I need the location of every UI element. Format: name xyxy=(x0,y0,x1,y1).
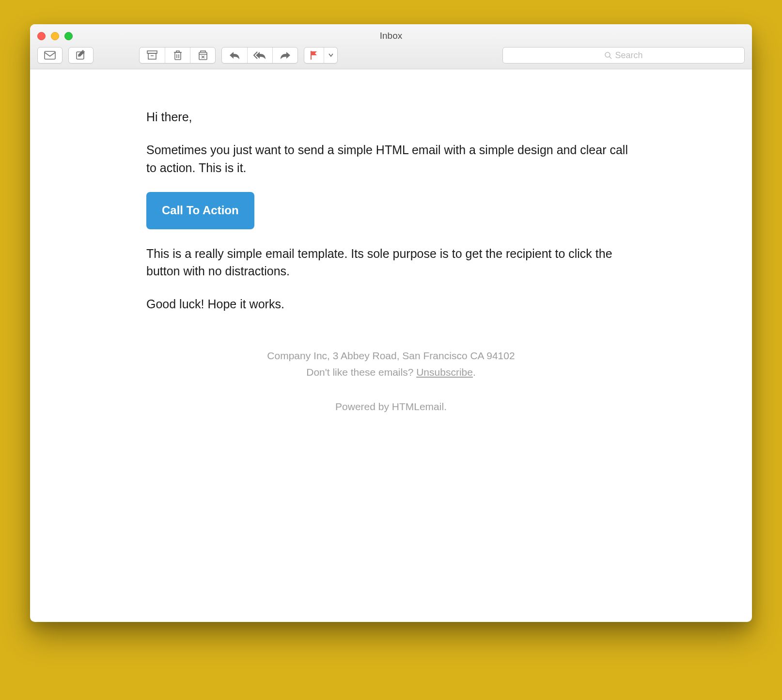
footer-address: Company Inc, 3 Abbey Road, San Francisco… xyxy=(146,348,636,364)
email-closing: Good luck! Hope it works. xyxy=(146,295,636,313)
reply-all-button[interactable] xyxy=(247,48,272,63)
reply-forward-group xyxy=(221,47,298,64)
unsubscribe-link[interactable]: Unsubscribe xyxy=(416,366,473,378)
forward-icon xyxy=(280,51,291,60)
reply-all-icon xyxy=(253,51,267,60)
unsubscribe-suffix: . xyxy=(473,366,476,378)
footer-unsubscribe-line: Don't like these emails? Unsubscribe. xyxy=(146,364,636,381)
powered-suffix: . xyxy=(444,401,447,412)
chevron-down-icon xyxy=(328,53,333,57)
archive-icon xyxy=(147,50,157,60)
flag-group xyxy=(304,47,338,64)
svg-rect-5 xyxy=(199,52,207,60)
window-title: Inbox xyxy=(37,31,745,41)
trash-icon xyxy=(173,50,183,61)
minimize-window-button[interactable] xyxy=(51,32,59,40)
search-field[interactable]: Search xyxy=(502,47,745,64)
email-intro: Sometimes you just want to send a simple… xyxy=(146,141,636,176)
email-footer: Company Inc, 3 Abbey Road, San Francisco… xyxy=(146,348,636,415)
envelope-icon xyxy=(44,51,56,60)
email-body: Hi there, Sometimes you just want to sen… xyxy=(30,69,752,622)
email-greeting: Hi there, xyxy=(146,108,636,126)
svg-rect-3 xyxy=(148,53,156,59)
svg-point-6 xyxy=(605,52,610,57)
delete-button[interactable] xyxy=(165,48,190,63)
traffic-lights xyxy=(37,32,73,40)
svg-rect-4 xyxy=(175,52,181,60)
flag-icon xyxy=(310,50,318,60)
junk-button[interactable] xyxy=(190,48,215,63)
junk-icon xyxy=(198,50,208,61)
compose-icon xyxy=(76,50,86,61)
toolbar: Search xyxy=(37,43,745,69)
flag-menu-button[interactable] xyxy=(324,48,337,63)
titlebar: Inbox xyxy=(30,24,752,69)
fullscreen-window-button[interactable] xyxy=(64,32,73,40)
compose-button[interactable] xyxy=(68,47,94,64)
archive-button[interactable] xyxy=(140,48,165,63)
get-mail-button[interactable] xyxy=(37,47,63,64)
svg-rect-0 xyxy=(45,51,55,59)
powered-prefix: Powered by xyxy=(335,401,392,412)
cta-button[interactable]: Call To Action xyxy=(146,192,254,229)
email-body-text: This is a really simple email template. … xyxy=(146,245,636,280)
close-window-button[interactable] xyxy=(37,32,46,40)
archive-delete-group xyxy=(139,47,216,64)
flag-button[interactable] xyxy=(304,48,324,63)
mail-window: Inbox xyxy=(30,24,752,622)
search-icon xyxy=(604,51,612,59)
forward-button[interactable] xyxy=(272,48,297,63)
reply-button[interactable] xyxy=(222,48,247,63)
reply-icon xyxy=(229,51,240,60)
unsubscribe-prefix: Don't like these emails? xyxy=(306,366,416,378)
search-placeholder: Search xyxy=(615,50,642,61)
footer-powered-line: Powered by HTMLemail. xyxy=(146,398,636,415)
powered-by-link[interactable]: HTMLemail xyxy=(392,401,444,412)
